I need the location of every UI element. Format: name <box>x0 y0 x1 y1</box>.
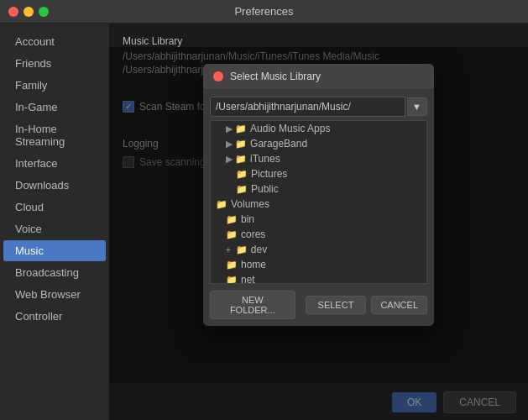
sidebar-item-interface[interactable]: Interface <box>3 153 106 174</box>
folder-icon: 📁 <box>226 229 238 240</box>
tree-item-itunes[interactable]: ▶ 📁 iTunes <box>211 151 426 166</box>
sidebar-item-account[interactable]: Account <box>3 31 106 52</box>
window-title: Preferences <box>234 5 293 18</box>
music-library-label: Music Library <box>123 35 515 47</box>
folder-icon: ▶ 📁 <box>226 154 247 165</box>
folder-icon: ▶ 📁 <box>226 123 247 134</box>
sidebar: Account Friends Family In-Game In-Home S… <box>0 24 109 420</box>
tree-item-pictures[interactable]: 📁 Pictures <box>211 166 426 181</box>
sidebar-item-broadcasting[interactable]: Broadcasting <box>3 262 106 283</box>
tree-item-dev[interactable]: + 📁 dev <box>211 242 426 257</box>
path-input[interactable] <box>210 97 405 117</box>
folder-icon: 📁 <box>226 214 238 225</box>
window-controls <box>8 7 49 17</box>
sidebar-item-ingame[interactable]: In-Game <box>3 97 106 118</box>
tree-item-audio-music-apps[interactable]: ▶ 📁 Audio Music Apps <box>211 121 426 136</box>
select-music-library-modal: Select Music Library ▼ ▶ 📁 Audio Music A… <box>203 64 434 326</box>
sidebar-item-friends[interactable]: Friends <box>3 53 106 74</box>
tree-item-bin[interactable]: 📁 bin <box>211 212 426 227</box>
modal-header: Select Music Library <box>203 64 434 90</box>
sidebar-item-family[interactable]: Family <box>3 75 106 96</box>
modal-close-button[interactable] <box>213 71 223 81</box>
tree-item-net[interactable]: 📁 net <box>211 272 426 284</box>
path-row: ▼ <box>210 97 427 117</box>
folder-icon: 📁 <box>236 184 248 195</box>
tree-item-home[interactable]: 📁 home <box>211 257 426 272</box>
minimize-button[interactable] <box>24 7 34 17</box>
modal-title: Select Music Library <box>230 71 321 82</box>
folder-icon: 📁 <box>236 244 248 255</box>
folder-icon: 📁 <box>226 275 238 285</box>
folder-icon: 📁 <box>216 199 227 210</box>
cancel-modal-button[interactable]: CANCEL <box>371 296 427 314</box>
path-dropdown-button[interactable]: ▼ <box>407 97 427 116</box>
titlebar: Preferences <box>0 0 528 24</box>
sidebar-item-voice[interactable]: Voice <box>3 218 106 239</box>
new-folder-button[interactable]: NEW FOLDER... <box>210 291 295 319</box>
main-layout: Account Friends Family In-Game In-Home S… <box>0 24 528 420</box>
tree-item-garageband[interactable]: ▶ 📁 GarageBand <box>211 136 426 151</box>
modal-overlay: Select Music Library ▼ ▶ 📁 Audio Music A… <box>109 47 528 420</box>
file-tree[interactable]: ▶ 📁 Audio Music Apps ▶ 📁 GarageBand ▶ 📁 … <box>210 120 427 284</box>
content-area: Music Library /Users/abhijithnarjunan/Mu… <box>109 24 528 420</box>
select-button[interactable]: SELECT <box>306 296 367 314</box>
folder-icon: ▶ 📁 <box>226 139 247 150</box>
maximize-button[interactable] <box>39 7 49 17</box>
folder-icon: 📁 <box>226 260 238 270</box>
modal-actions: NEW FOLDER... SELECT CANCEL <box>203 284 434 326</box>
tree-item-public[interactable]: 📁 Public <box>211 181 426 197</box>
folder-icon: 📁 <box>236 169 248 180</box>
sidebar-item-music[interactable]: Music <box>3 240 106 261</box>
sidebar-item-controller[interactable]: Controller <box>3 306 106 327</box>
sidebar-item-inhome[interactable]: In-Home Streaming <box>3 118 106 152</box>
close-button[interactable] <box>8 7 18 17</box>
sidebar-item-downloads[interactable]: Downloads <box>3 175 106 196</box>
expand-icon: + <box>226 245 231 255</box>
sidebar-item-webbrowser[interactable]: Web Browser <box>3 284 106 305</box>
tree-item-cores[interactable]: 📁 cores <box>211 227 426 242</box>
sidebar-item-cloud[interactable]: Cloud <box>3 197 106 218</box>
tree-item-volumes[interactable]: 📁 Volumes <box>211 197 426 212</box>
